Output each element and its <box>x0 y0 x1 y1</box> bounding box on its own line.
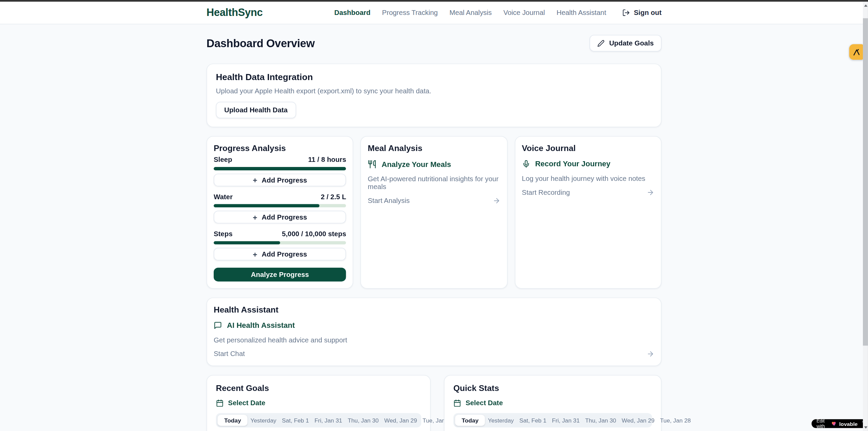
goal-water-label: Water <box>214 193 233 201</box>
assistant-description: Get personalized health advice and suppo… <box>214 336 654 344</box>
health-assistant-card: Health Assistant AI Health Assistant Get… <box>207 298 661 366</box>
record-your-journey-link[interactable]: Record Your Journey <box>522 160 654 168</box>
add-progress-label: Add Progress <box>262 213 307 221</box>
window-top-edge <box>0 0 868 2</box>
heart-gradient-icon <box>831 421 837 426</box>
progress-analysis-title: Progress Analysis <box>214 143 346 153</box>
brand-logo[interactable]: HealthSync <box>207 7 263 19</box>
start-chat-label: Start Chat <box>214 350 245 358</box>
sign-out-button[interactable]: Sign out <box>622 9 662 17</box>
nav-item-voice-journal[interactable]: Voice Journal <box>503 9 545 17</box>
meal-analysis-card: Meal Analysis Analyze Your Meals Get AI-… <box>360 136 507 289</box>
goal-sleep-progressbar <box>214 167 346 170</box>
edit-with-lovable-badge[interactable]: Edit with lovable × <box>812 419 868 428</box>
scrollbar-up-arrow[interactable] <box>863 2 868 10</box>
quick-stats-card: Quick Stats Select Date Today Yesterday … <box>444 375 661 431</box>
fab-logo-icon <box>852 48 861 56</box>
start-recording-label: Start Recording <box>522 189 570 196</box>
start-chat-row[interactable]: Start Chat <box>214 350 654 358</box>
add-progress-water-button[interactable]: + Add Progress <box>214 211 346 223</box>
health-assistant-title: Health Assistant <box>214 305 654 314</box>
top-navbar: HealthSync Dashboard Progress Tracking M… <box>0 2 868 24</box>
pencil-icon <box>598 40 605 47</box>
goal-steps-progressbar <box>214 241 346 244</box>
tab-fri-jan-31[interactable]: Fri, Jan 31 <box>549 415 583 426</box>
recent-goals-title: Recent Goals <box>216 383 422 393</box>
goal-steps-value: 5,000 / 10,000 steps <box>282 230 346 238</box>
goal-sleep-value: 11 / 8 hours <box>308 156 346 164</box>
microphone-icon <box>522 160 530 168</box>
vertical-scrollbar[interactable] <box>863 2 868 431</box>
voice-journal-card: Voice Journal Record Your Journey Log yo… <box>515 136 661 289</box>
tab-sat-feb-1[interactable]: Sat, Feb 1 <box>279 415 312 426</box>
floating-edit-fab[interactable] <box>849 44 864 60</box>
tab-tue-jan-28[interactable]: Tue, Jan 28 <box>657 415 694 426</box>
tab-wed-jan-29[interactable]: Wed, Jan 29 <box>382 415 420 426</box>
calendar-icon <box>216 399 224 407</box>
plus-icon: + <box>253 176 257 184</box>
start-recording-row[interactable]: Start Recording <box>522 189 654 196</box>
goal-steps-label: Steps <box>214 230 232 238</box>
update-goals-button[interactable]: Update Goals <box>590 35 661 52</box>
select-date-label: Select Date <box>465 399 503 407</box>
integration-description: Upload your Apple Health export (export.… <box>216 87 652 95</box>
nav-item-health-assistant[interactable]: Health Assistant <box>556 9 606 17</box>
tab-sat-feb-1[interactable]: Sat, Feb 1 <box>517 415 549 426</box>
nav-item-dashboard[interactable]: Dashboard <box>334 9 370 17</box>
analyze-your-meals-label: Analyze Your Meals <box>382 160 451 168</box>
tab-thu-jan-30[interactable]: Thu, Jan 30 <box>345 415 381 426</box>
tab-today[interactable]: Today <box>455 415 485 426</box>
start-analysis-label: Start Analysis <box>368 197 410 205</box>
log-out-icon <box>622 9 630 17</box>
progress-analysis-card: Progress Analysis Sleep 11 / 8 hours + A… <box>207 136 353 289</box>
nav-item-meal-analysis[interactable]: Meal Analysis <box>449 9 492 17</box>
update-goals-label: Update Goals <box>609 39 654 47</box>
tab-fri-jan-31[interactable]: Fri, Jan 31 <box>312 415 345 426</box>
select-date-label: Select Date <box>228 399 265 407</box>
plus-icon: + <box>253 213 257 221</box>
health-data-integration-card: Health Data Integration Upload your Appl… <box>207 63 661 127</box>
tab-yesterday[interactable]: Yesterday <box>485 415 516 426</box>
recent-goals-date-tabs: Today Yesterday Sat, Feb 1 Fri, Jan 31 T… <box>216 413 422 427</box>
add-progress-steps-button[interactable]: + Add Progress <box>214 248 346 260</box>
upload-health-data-button[interactable]: Upload Health Data <box>216 102 296 118</box>
calendar-icon <box>454 399 461 407</box>
voice-description: Log your health journey with voice notes <box>522 175 654 183</box>
voice-journal-title: Voice Journal <box>522 143 654 153</box>
tab-wed-jan-29[interactable]: Wed, Jan 29 <box>619 415 657 426</box>
arrow-right-icon <box>646 189 654 196</box>
goal-sleep: Sleep 11 / 8 hours + Add Progress <box>214 156 346 187</box>
add-progress-label: Add Progress <box>262 250 307 258</box>
record-your-journey-label: Record Your Journey <box>535 160 610 168</box>
quick-stats-select-date[interactable]: Select Date <box>454 399 652 407</box>
goal-sleep-label: Sleep <box>214 156 232 164</box>
goal-water: Water 2 / 2.5 L + Add Progress <box>214 193 346 224</box>
tab-today[interactable]: Today <box>217 415 248 426</box>
meal-analysis-title: Meal Analysis <box>368 143 500 153</box>
recent-goals-select-date[interactable]: Select Date <box>216 399 422 407</box>
edit-with-label: Edit with <box>817 418 829 429</box>
analyze-progress-button[interactable]: Analyze Progress <box>214 268 346 282</box>
meal-description: Get AI-powered nutritional insights for … <box>368 175 500 191</box>
nav-item-progress-tracking[interactable]: Progress Tracking <box>382 9 438 17</box>
start-analysis-row[interactable]: Start Analysis <box>368 197 500 205</box>
scrollbar-thumb[interactable] <box>863 18 868 346</box>
analyze-your-meals-link[interactable]: Analyze Your Meals <box>368 160 500 169</box>
arrow-right-icon <box>646 350 654 358</box>
quick-stats-title: Quick Stats <box>454 383 652 393</box>
goal-water-progressbar <box>214 204 346 207</box>
page-title: Dashboard Overview <box>207 37 315 49</box>
integration-title: Health Data Integration <box>216 72 652 82</box>
scrollbar-down-arrow[interactable] <box>863 424 868 431</box>
lovable-label: lovable <box>839 420 857 427</box>
add-progress-sleep-button[interactable]: + Add Progress <box>214 174 346 186</box>
tab-thu-jan-30[interactable]: Thu, Jan 30 <box>582 415 619 426</box>
recent-goals-card: Recent Goals Select Date Today Yesterday… <box>207 375 431 431</box>
add-progress-label: Add Progress <box>262 176 307 184</box>
chat-bubble-icon <box>214 321 222 330</box>
sign-out-label: Sign out <box>634 9 661 17</box>
ai-health-assistant-link[interactable]: AI Health Assistant <box>214 321 654 330</box>
app-viewport: HealthSync Dashboard Progress Tracking M… <box>0 0 868 431</box>
utensils-icon <box>368 160 377 169</box>
tab-yesterday[interactable]: Yesterday <box>248 415 279 426</box>
